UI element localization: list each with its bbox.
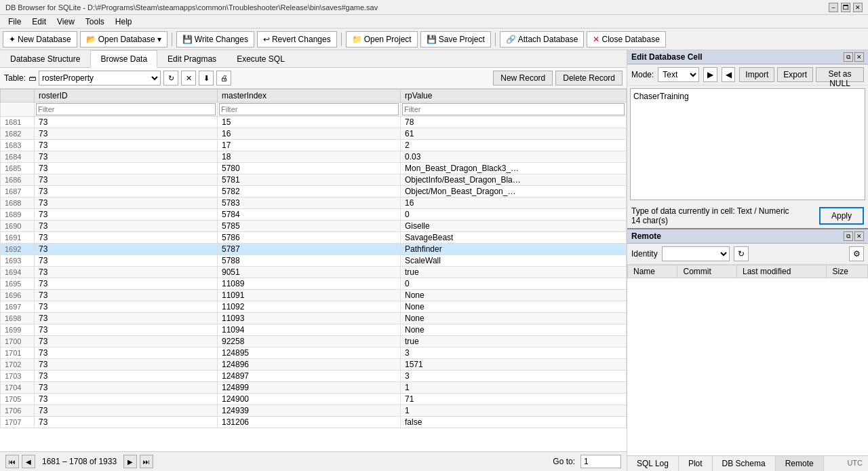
next-page-button[interactable]: ▶: [123, 455, 137, 468]
cell-rosterID[interactable]: 73: [35, 174, 218, 186]
cell-masterIndex[interactable]: 11089: [218, 278, 401, 290]
bottom-tab-plot[interactable]: Plot: [679, 456, 713, 471]
cell-masterIndex[interactable]: 131206: [218, 417, 401, 428]
cell-rosterID[interactable]: 73: [35, 221, 218, 232]
cell-rpValue[interactable]: Pathfinder: [401, 244, 627, 255]
cell-rpValue[interactable]: 1: [401, 405, 627, 417]
mode-select[interactable]: Text Binary Null: [658, 67, 699, 82]
cell-rpValue[interactable]: 71: [401, 394, 627, 405]
cell-rpValue[interactable]: 3: [401, 347, 627, 359]
filter-rpvalue[interactable]: [401, 102, 627, 117]
cell-rosterID[interactable]: 73: [35, 209, 218, 221]
table-row[interactable]: 169573110890: [1, 278, 627, 290]
bottom-tab-db-schema[interactable]: DB Schema: [713, 456, 776, 471]
table-row[interactable]: 1702731248961571: [1, 359, 627, 371]
maximize-button[interactable]: 🗖: [841, 3, 850, 12]
cell-rpValue[interactable]: None: [401, 324, 627, 336]
table-row[interactable]: 1704731248991: [1, 382, 627, 394]
menu-file[interactable]: File: [3, 16, 26, 28]
cell-masterIndex[interactable]: 5784: [218, 209, 401, 221]
mode-prev-btn[interactable]: ◀: [722, 67, 735, 82]
cell-rosterID[interactable]: 73: [35, 244, 218, 255]
cell-rosterID[interactable]: 73: [35, 140, 218, 151]
cell-rosterID[interactable]: 73: [35, 394, 218, 405]
table-row[interactable]: 1685735780Mon_Beast_Dragon_Black3_…: [1, 163, 627, 174]
open-database-button[interactable]: 📂 Open Database ▾: [80, 31, 167, 48]
filter-rosterid-input[interactable]: [36, 103, 216, 115]
cell-rosterID[interactable]: 73: [35, 197, 218, 209]
table-row[interactable]: 1694739051true: [1, 267, 627, 278]
cell-rosterID[interactable]: 73: [35, 128, 218, 140]
new-database-button[interactable]: ✦ New Database: [3, 31, 77, 48]
cell-masterIndex[interactable]: 17: [218, 140, 401, 151]
cell-masterIndex[interactable]: 5786: [218, 232, 401, 244]
menu-help[interactable]: Help: [110, 16, 138, 28]
cell-textarea[interactable]: ChaserTraining: [630, 88, 865, 200]
col-header-rosterid[interactable]: rosterID: [35, 90, 218, 102]
cell-rpValue[interactable]: 0: [401, 278, 627, 290]
cell-rpValue[interactable]: 1: [401, 382, 627, 394]
table-row[interactable]: 1681731578: [1, 117, 627, 128]
cell-rosterID[interactable]: 73: [35, 347, 218, 359]
cell-rosterID[interactable]: 73: [35, 417, 218, 428]
open-project-button[interactable]: 📁 Open Project: [346, 31, 418, 48]
cell-rpValue[interactable]: ObjectInfo/Beast_Dragon_Bla…: [401, 174, 627, 186]
cell-masterIndex[interactable]: 5780: [218, 163, 401, 174]
remote-grid[interactable]: Name Commit Last modified Size: [627, 265, 868, 455]
table-row[interactable]: 16967311091None: [1, 290, 627, 301]
table-select[interactable]: rosterProperty: [39, 71, 161, 86]
bottom-tab-sql-log[interactable]: SQL Log: [627, 456, 679, 471]
cell-rpValue[interactable]: None: [401, 290, 627, 301]
edit-cell-close-button[interactable]: ✕: [854, 52, 864, 62]
last-page-button[interactable]: ⏭: [140, 455, 153, 468]
mode-action-btn[interactable]: ▶: [703, 67, 717, 82]
cell-rpValue[interactable]: Object/Mon_Beast_Dragon_…: [401, 186, 627, 197]
filter-masterindex-input[interactable]: [219, 103, 399, 115]
close-button[interactable]: ✕: [853, 3, 863, 12]
table-row[interactable]: 168473180.03: [1, 151, 627, 163]
attach-database-button[interactable]: 🔗 Attach Database: [500, 31, 585, 48]
table-row[interactable]: 16897357840: [1, 209, 627, 221]
menu-view[interactable]: View: [52, 16, 80, 28]
table-row[interactable]: 1682731661: [1, 128, 627, 140]
remote-close-button[interactable]: ✕: [854, 231, 864, 241]
cell-rpValue[interactable]: 0: [401, 209, 627, 221]
cell-rosterID[interactable]: 73: [35, 301, 218, 313]
identity-refresh-btn[interactable]: ↻: [734, 246, 749, 261]
cell-rpValue[interactable]: None: [401, 313, 627, 324]
cell-rpValue[interactable]: ScaleWall: [401, 255, 627, 267]
table-row[interactable]: 1703731248973: [1, 371, 627, 382]
cell-rosterID[interactable]: 73: [35, 186, 218, 197]
cell-masterIndex[interactable]: 5781: [218, 174, 401, 186]
cell-rpValue[interactable]: false: [401, 417, 627, 428]
cell-masterIndex[interactable]: 124900: [218, 394, 401, 405]
cell-rpValue[interactable]: SavageBeast: [401, 232, 627, 244]
cell-masterIndex[interactable]: 124939: [218, 405, 401, 417]
table-row[interactable]: 17007392258true: [1, 336, 627, 347]
cell-rosterID[interactable]: 73: [35, 324, 218, 336]
table-row[interactable]: 168873578316: [1, 197, 627, 209]
remote-detach-button[interactable]: ⧉: [844, 231, 853, 241]
cell-rpValue[interactable]: true: [401, 267, 627, 278]
export-csv-button[interactable]: ⬇: [199, 71, 214, 86]
menu-edit[interactable]: Edit: [26, 16, 52, 28]
cell-masterIndex[interactable]: 11091: [218, 290, 401, 301]
cell-rosterID[interactable]: 73: [35, 151, 218, 163]
apply-button[interactable]: Apply: [819, 207, 864, 225]
refresh-button[interactable]: ↻: [163, 71, 178, 86]
filter-rosterid[interactable]: [35, 102, 218, 117]
table-row[interactable]: 1693735788ScaleWall: [1, 255, 627, 267]
cell-rosterID[interactable]: 73: [35, 359, 218, 371]
cell-masterIndex[interactable]: 124897: [218, 371, 401, 382]
clear-filter-button[interactable]: ✕: [181, 71, 196, 86]
print-button[interactable]: 🖨: [216, 71, 231, 86]
identity-select[interactable]: [662, 246, 730, 261]
col-header-masterindex[interactable]: masterIndex: [218, 90, 401, 102]
tab-execute-sql[interactable]: Execute SQL: [226, 50, 295, 68]
cell-masterIndex[interactable]: 124899: [218, 382, 401, 394]
menu-tools[interactable]: Tools: [80, 16, 110, 28]
cell-rosterID[interactable]: 73: [35, 313, 218, 324]
cell-masterIndex[interactable]: 5783: [218, 197, 401, 209]
cell-rosterID[interactable]: 73: [35, 232, 218, 244]
cell-rosterID[interactable]: 73: [35, 336, 218, 347]
